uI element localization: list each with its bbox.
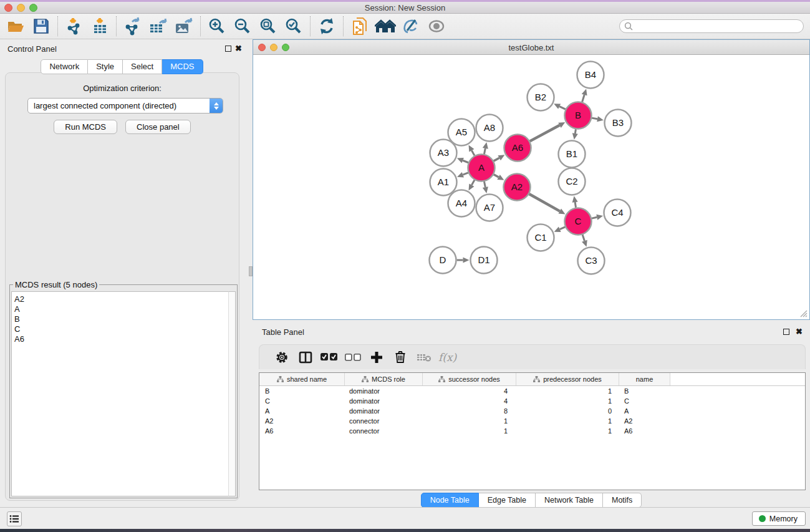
- hierarchy-icon: [438, 376, 445, 382]
- table-float-panel-icon[interactable]: [783, 329, 789, 335]
- tab-select[interactable]: Select: [123, 59, 162, 74]
- export-table-icon[interactable]: [148, 16, 169, 37]
- node-label-C4: C4: [611, 207, 623, 218]
- graph-edge-A-A3[interactable]: [463, 160, 468, 162]
- tab-style[interactable]: Style: [88, 59, 123, 74]
- result-scrollbar[interactable]: [228, 291, 236, 496]
- graph-edge-C-C4[interactable]: [592, 217, 597, 218]
- tab-node-table[interactable]: Node Table: [421, 493, 479, 508]
- deselect-checkboxes-icon[interactable]: [341, 348, 365, 367]
- node-label-C3: C3: [585, 255, 597, 266]
- export-network-icon[interactable]: [122, 16, 143, 37]
- close-panel-icon[interactable]: ✖: [235, 46, 242, 52]
- column-header-name[interactable]: name: [619, 373, 670, 385]
- table-row[interactable]: A2connector11A2: [259, 416, 805, 426]
- table-header-row: shared nameMCDS rolesuccessor nodesprede…: [259, 373, 805, 386]
- table-row[interactable]: Bdominator41B: [259, 386, 805, 396]
- zoom-in-icon[interactable]: [206, 16, 228, 37]
- session-title: Session: New Session: [0, 3, 810, 12]
- graph-edge-B-B4[interactable]: [582, 95, 585, 102]
- dropdown-stepper-icon[interactable]: [210, 98, 223, 114]
- column-header-successor-nodes[interactable]: successor nodes: [423, 373, 516, 385]
- node-label-B4: B4: [585, 69, 596, 80]
- memory-label: Memory: [769, 515, 798, 523]
- search-input[interactable]: [634, 21, 803, 32]
- mcds-result-item[interactable]: C: [14, 324, 235, 334]
- select-all-checkboxes-icon[interactable]: [317, 348, 341, 367]
- graph-edge-C-C2[interactable]: [575, 202, 576, 208]
- refresh-view-icon[interactable]: [316, 16, 337, 37]
- close-panel-button[interactable]: Close panel: [125, 120, 191, 134]
- table-close-panel-icon[interactable]: ✖: [796, 329, 803, 335]
- float-panel-icon[interactable]: [225, 46, 231, 52]
- mcds-result-item[interactable]: A6: [14, 334, 235, 344]
- tab-network-table[interactable]: Network Table: [536, 493, 603, 508]
- graph-edge-A-A7[interactable]: [484, 181, 485, 187]
- column-header-predecessor-nodes[interactable]: predecessor nodes: [516, 373, 619, 385]
- edge-arrowhead: [483, 186, 488, 193]
- zoom-out-icon[interactable]: [232, 16, 253, 37]
- optimization-criterion-label: Optimization criterion:: [6, 84, 239, 93]
- first-neighbors-icon[interactable]: [375, 16, 396, 37]
- search-field[interactable]: [619, 19, 804, 33]
- memory-status-icon: [759, 515, 766, 522]
- table-row[interactable]: Adominator80A: [259, 406, 805, 416]
- graph-edge-A-A1[interactable]: [463, 173, 468, 175]
- export-image-icon[interactable]: [173, 16, 195, 37]
- graph-edge-A-A2[interactable]: [494, 175, 499, 177]
- resize-grip-icon[interactable]: [799, 309, 808, 317]
- criterion-dropdown[interactable]: largest connected component (directed): [27, 98, 223, 114]
- graph-edge-A-A5[interactable]: [471, 150, 475, 155]
- edge-arrowhead: [572, 133, 578, 140]
- network-canvas[interactable]: AA1A2A3A4A5A6A7A8BB1B2B3B4CC1C2C3C4DD1: [253, 55, 809, 319]
- function-builder-icon[interactable]: f(x): [438, 351, 456, 364]
- table-settings-gear-icon[interactable]: [270, 348, 294, 367]
- mcds-result-item[interactable]: A: [14, 304, 235, 314]
- search-icon: [624, 22, 634, 31]
- split-columns-icon[interactable]: [294, 348, 317, 367]
- network-window-titlebar[interactable]: testGlobe.txt: [253, 40, 809, 55]
- tab-mcds[interactable]: MCDS: [162, 59, 203, 74]
- graph-edge-A6-B[interactable]: [530, 125, 560, 142]
- mcds-result-list[interactable]: A2ABCA6: [11, 291, 236, 496]
- zoom-fit-content-icon[interactable]: [258, 16, 279, 37]
- column-header-shared-name[interactable]: shared name: [259, 373, 345, 385]
- open-session-icon[interactable]: [5, 16, 26, 37]
- import-table-icon[interactable]: [89, 16, 110, 37]
- new-network-from-selection-icon[interactable]: [349, 16, 370, 37]
- eye-icon[interactable]: [426, 16, 447, 37]
- tab-network[interactable]: Network: [41, 59, 88, 74]
- table-row[interactable]: A6connector11A6: [259, 426, 805, 436]
- mcds-result-item[interactable]: B: [14, 314, 235, 324]
- panel-splitter-handle[interactable]: [249, 266, 253, 276]
- save-session-icon[interactable]: [31, 16, 52, 37]
- hide-labels-icon[interactable]: [400, 16, 422, 37]
- table-row[interactable]: Cdominator41C: [259, 396, 805, 406]
- graph-edge-A-A8[interactable]: [484, 148, 485, 154]
- delete-table-icon[interactable]: [412, 348, 436, 367]
- memory-button[interactable]: Memory: [752, 511, 806, 526]
- node-label-A: A: [478, 162, 485, 173]
- node-label-A4: A4: [456, 198, 467, 208]
- column-header-MCDS-role[interactable]: MCDS role: [345, 373, 423, 385]
- import-network-icon[interactable]: [64, 16, 85, 37]
- graph-edge-B-B3[interactable]: [592, 118, 597, 119]
- graph-edge-A-A4[interactable]: [471, 180, 475, 185]
- graph-edge-A-A6[interactable]: [494, 158, 499, 161]
- graph-edge-C-C1[interactable]: [560, 227, 566, 230]
- graph-edge-B-B1[interactable]: [575, 129, 576, 133]
- task-history-button[interactable]: [7, 511, 22, 526]
- tab-motifs[interactable]: Motifs: [603, 493, 642, 508]
- graph-edge-C-C3[interactable]: [582, 235, 584, 241]
- node-label-C2: C2: [566, 176, 577, 186]
- zoom-selected-icon[interactable]: [283, 16, 304, 37]
- add-column-icon[interactable]: [365, 348, 388, 367]
- delete-column-trash-icon[interactable]: [388, 348, 412, 367]
- tab-edge-table[interactable]: Edge Table: [479, 493, 536, 508]
- mcds-result-item[interactable]: A2: [14, 294, 235, 304]
- graph-edge-B-B2[interactable]: [559, 107, 566, 110]
- run-mcds-button[interactable]: Run MCDS: [54, 120, 117, 134]
- edge-arrowhead: [597, 116, 604, 122]
- node-label-A7: A7: [484, 202, 495, 213]
- graph-edge-A2-C[interactable]: [529, 194, 560, 211]
